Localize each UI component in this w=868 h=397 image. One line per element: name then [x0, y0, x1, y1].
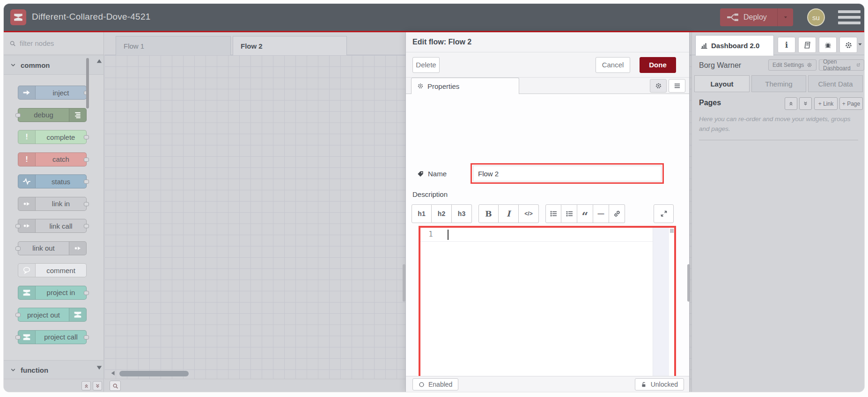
gear-button[interactable]	[839, 37, 857, 53]
tab-client-data[interactable]: Client Data	[808, 75, 863, 92]
palette-node-debug[interactable]: debug	[18, 108, 87, 122]
flow-tab-flow-2[interactable]: Flow 2	[233, 36, 347, 55]
palette-node-label: link call	[18, 219, 86, 232]
move-down-button[interactable]	[799, 97, 812, 110]
palette-node-catch[interactable]: !catch	[18, 152, 87, 166]
tab-dashboard-2[interactable]: Dashboard 2.0	[695, 35, 774, 56]
expand-all-categories-button[interactable]	[93, 381, 102, 390]
flow-name-input[interactable]: Flow 2	[473, 166, 662, 181]
sidebar-menu-caret-icon[interactable]	[857, 42, 863, 47]
deploy-options-button[interactable]	[777, 8, 793, 26]
h2-button[interactable]: h2	[432, 204, 452, 223]
pages-divider	[699, 140, 858, 140]
italic-button[interactable]: I	[499, 204, 519, 223]
list-icon	[674, 82, 681, 89]
book-button[interactable]	[798, 37, 816, 53]
palette-node-link-in[interactable]: link in	[18, 197, 87, 211]
palette-node-label: link out	[18, 242, 86, 255]
palette-node-label: status	[18, 175, 86, 188]
palette-scroll-up-icon[interactable]	[96, 58, 103, 65]
node-port-out	[84, 202, 89, 206]
bug-button[interactable]	[819, 37, 837, 53]
delete-button[interactable]: Delete	[412, 57, 440, 73]
flow-enabled-toggle[interactable]: Enabled	[412, 378, 458, 390]
collapse-all-categories-button[interactable]	[81, 381, 91, 390]
palette-node-project-call[interactable]: project call	[18, 330, 87, 344]
palette-node-status[interactable]: status	[18, 174, 87, 188]
code-button[interactable]: </>	[519, 204, 539, 223]
deploy-button[interactable]: Deploy	[720, 8, 793, 26]
palette-node-link-out[interactable]: link out	[18, 241, 87, 255]
done-button[interactable]: Done	[640, 57, 676, 73]
palette-node-link-call[interactable]: link call	[18, 219, 87, 233]
add-page-button[interactable]: + Page	[839, 97, 863, 110]
info-button[interactable]: i	[778, 37, 795, 53]
chevron-down-icon	[10, 62, 16, 68]
link-button[interactable]	[609, 204, 625, 223]
palette-node-inject[interactable]: inject	[18, 86, 87, 100]
circle-icon	[419, 382, 425, 388]
h1-button[interactable]: h1	[412, 204, 432, 223]
description-editor[interactable]: 1 ?	[419, 226, 676, 392]
palette-category-function[interactable]: function	[4, 360, 103, 380]
horizontal-scrollbar[interactable]	[119, 371, 189, 376]
bar-chart-icon	[700, 42, 708, 50]
add-link-button[interactable]: + Link	[814, 97, 838, 110]
palette-node-label: comment	[18, 264, 86, 277]
user-avatar[interactable]: su	[807, 8, 825, 26]
editor-scrollbar[interactable]	[670, 229, 674, 233]
tray-footer: Enabled Unlocked	[406, 376, 689, 392]
bug-icon	[824, 41, 832, 49]
ordered-list-button[interactable]	[545, 204, 561, 223]
bold-button[interactable]: B	[478, 204, 499, 223]
palette-filter-input[interactable]: filter nodes	[4, 32, 103, 55]
palette-filter-placeholder: filter nodes	[20, 39, 54, 47]
tab-layout[interactable]: Layout	[694, 75, 750, 92]
tray-toolbar: Delete Cancel Done	[406, 52, 689, 78]
node-port-out	[84, 335, 89, 339]
node-port-out	[84, 135, 89, 139]
tab-theming[interactable]: Theming	[751, 75, 806, 92]
hr-button[interactable]: —	[593, 204, 609, 223]
palette-node-comment[interactable]: comment	[18, 263, 87, 277]
unlock-icon	[641, 382, 647, 388]
expand-button[interactable]	[654, 204, 674, 223]
workspace-search-button[interactable]	[110, 381, 121, 391]
h3-button[interactable]: h3	[452, 204, 472, 223]
tray-form: Name Flow 2 Description h1h2h3BI</>“— 1 …	[406, 94, 689, 376]
dashboard-project-name: Borg Warner	[699, 61, 741, 70]
unordered-list-button[interactable]	[561, 204, 577, 223]
open-dashboard-button[interactable]: Open Dashboard	[819, 59, 864, 71]
dashboard-tabs: LayoutThemingClient Data	[692, 75, 864, 92]
move-up-button[interactable]	[785, 97, 797, 110]
tray-resize-handle-right[interactable]	[687, 264, 690, 302]
palette-node-label: inject	[18, 86, 86, 99]
book-icon	[803, 41, 811, 49]
edit-settings-button[interactable]: Edit Settings	[768, 59, 817, 71]
gear-icon	[417, 83, 424, 89]
description-list-button[interactable]	[669, 79, 685, 93]
flow-tab-flow-1[interactable]: Flow 1	[116, 36, 231, 55]
pages-help-text: Here you can re-order and move your widg…	[699, 115, 856, 134]
tab-properties[interactable]: Properties	[411, 78, 519, 94]
cancel-button[interactable]: Cancel	[596, 57, 630, 73]
node-port-in	[15, 313, 21, 317]
flow-lock-toggle[interactable]: Unlocked	[635, 378, 684, 390]
editor-cursor	[448, 230, 449, 240]
tray-resize-handle-left[interactable]	[403, 264, 405, 302]
header: Different-Collared-Dove-4521 Deploy su	[4, 4, 864, 31]
node-port-out	[84, 180, 89, 184]
quote-button[interactable]: “	[577, 204, 593, 223]
palette-node-complete[interactable]: !complete	[18, 130, 87, 144]
palette-scroll-down-icon[interactable]	[96, 364, 103, 371]
double-chevron-up-icon	[84, 383, 89, 389]
node-port-out	[84, 291, 89, 295]
palette-node-project-out[interactable]: project out	[18, 308, 87, 322]
palette-node-project-in[interactable]: project in	[18, 286, 87, 300]
double-chevron-up-icon	[788, 101, 794, 106]
main-menu-button[interactable]	[838, 10, 861, 24]
palette-scrollbar[interactable]	[86, 58, 89, 108]
edit-properties-button[interactable]	[650, 79, 667, 93]
scroll-left-icon[interactable]	[110, 370, 117, 376]
link-icon	[613, 210, 621, 217]
